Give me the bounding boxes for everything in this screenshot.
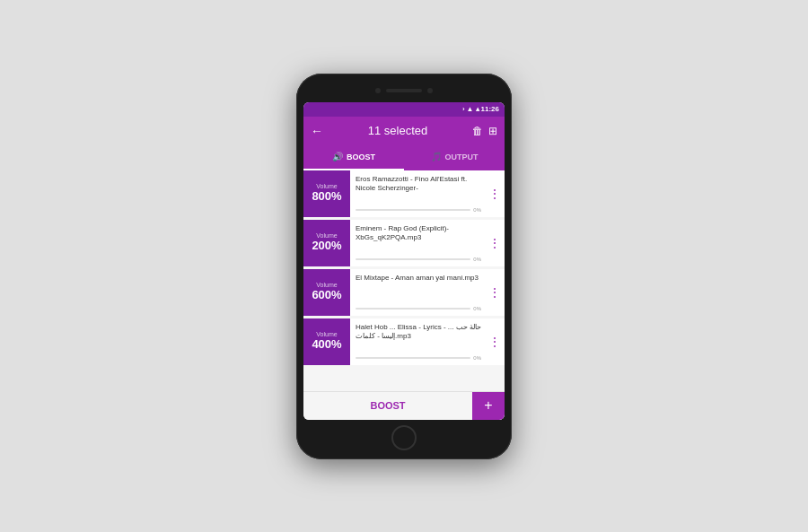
camera-dot-2: [427, 88, 433, 93]
volume-label-3: Volume: [316, 331, 337, 337]
song-info-0: Eros Ramazzotti - Fino All'Estasi ft. Ni…: [350, 170, 485, 217]
song-menu-button-2[interactable]: ⋮: [485, 269, 505, 316]
add-button[interactable]: +: [472, 392, 505, 420]
song-info-3: Halet Hob ... Elissa - Lyrics - حالة حب …: [350, 318, 485, 365]
status-bar: › ▲ ▴ 11:26: [303, 102, 505, 117]
progress-label-3: 0%: [473, 355, 481, 361]
delete-icon[interactable]: 🗑: [472, 125, 483, 137]
volume-label-0: Volume: [316, 183, 337, 189]
phone-screen: › ▲ ▴ 11:26 ← 11 selected 🗑 ⊞ 🔊 BOOST 🎵: [303, 102, 505, 420]
progress-bar-0: [356, 209, 470, 211]
progress-bar-1: [356, 258, 470, 260]
song-info-2: El Mixtape - Aman aman yal mani.mp3 0%: [350, 269, 485, 316]
wifi-icon: ▴: [476, 105, 479, 113]
song-item: Volume 600% El Mixtape - Aman aman yal m…: [303, 269, 505, 316]
signal-icon: ▲: [467, 105, 474, 113]
volume-label-2: Volume: [316, 282, 337, 288]
output-tab-icon: 🎵: [431, 152, 442, 161]
camera-area: [303, 83, 505, 99]
volume-block-2: Volume 600%: [303, 269, 350, 316]
camera-dot: [375, 88, 381, 93]
volume-label-1: Volume: [316, 232, 337, 239]
song-title-2: El Mixtape - Aman aman yal mani.mp3: [356, 274, 481, 283]
bluetooth-icon: ›: [462, 105, 465, 113]
action-bar: ← 11 selected 🗑 ⊞: [303, 117, 505, 145]
progress-label-0: 0%: [473, 207, 481, 213]
song-title-3: Halet Hob ... Elissa - Lyrics - حالة حب …: [356, 323, 481, 342]
grid-icon[interactable]: ⊞: [488, 125, 497, 137]
song-item: Volume 400% Halet Hob ... Elissa - Lyric…: [303, 318, 505, 365]
progress-bar-2: [356, 308, 470, 310]
tabs-bar: 🔊 BOOST 🎵 OUTPUT: [303, 145, 505, 170]
song-menu-button-0[interactable]: ⋮: [485, 170, 505, 217]
volume-value-0: 800%: [312, 189, 341, 204]
tab-boost[interactable]: 🔊 BOOST: [303, 145, 404, 170]
song-menu-button-3[interactable]: ⋮: [485, 318, 505, 365]
song-list: Volume 800% Eros Ramazzotti - Fino All'E…: [303, 170, 505, 391]
song-item: Volume 200% Eminem - Rap God (Explicit)-…: [303, 220, 505, 266]
progress-container-2: 0%: [356, 306, 481, 311]
song-title-0: Eros Ramazzotti - Fino All'Estasi ft. Ni…: [356, 175, 481, 194]
tab-output[interactable]: 🎵 OUTPUT: [404, 145, 505, 170]
selection-count-title: 11 selected: [330, 124, 465, 137]
volume-value-2: 600%: [312, 288, 341, 302]
progress-container-0: 0%: [356, 207, 481, 213]
progress-container-3: 0%: [356, 355, 481, 361]
home-button-area: [303, 425, 505, 450]
home-button[interactable]: [391, 425, 417, 450]
boost-tab-icon: 🔊: [332, 152, 343, 161]
progress-bar-3: [356, 357, 470, 359]
volume-block-3: Volume 400%: [303, 318, 350, 365]
boost-tab-label: BOOST: [347, 153, 375, 161]
song-info-1: Eminem - Rap God (Explicit)-XbGs_qK2PQA.…: [350, 220, 485, 266]
time-display: 11:26: [481, 105, 499, 113]
progress-label-1: 0%: [473, 257, 481, 262]
song-item: Volume 800% Eros Ramazzotti - Fino All'E…: [303, 170, 505, 217]
progress-label-2: 0%: [473, 306, 481, 311]
song-title-1: Eminem - Rap God (Explicit)-XbGs_qK2PQA.…: [356, 224, 481, 243]
volume-block-0: Volume 800%: [303, 170, 350, 217]
output-tab-label: OUTPUT: [445, 153, 479, 161]
speaker: [386, 89, 422, 92]
phone-frame: › ▲ ▴ 11:26 ← 11 selected 🗑 ⊞ 🔊 BOOST 🎵: [296, 74, 512, 459]
volume-block-1: Volume 200%: [303, 220, 350, 266]
boost-button[interactable]: BOOST: [303, 392, 472, 420]
volume-value-3: 400%: [312, 337, 341, 352]
back-button[interactable]: ←: [311, 124, 323, 138]
progress-container-1: 0%: [356, 257, 481, 262]
action-bar-icons: 🗑 ⊞: [472, 125, 497, 137]
status-icons: › ▲ ▴ 11:26: [462, 105, 499, 113]
bottom-bar: BOOST +: [303, 391, 505, 420]
volume-value-1: 200%: [312, 239, 341, 253]
song-menu-button-1[interactable]: ⋮: [485, 220, 505, 266]
